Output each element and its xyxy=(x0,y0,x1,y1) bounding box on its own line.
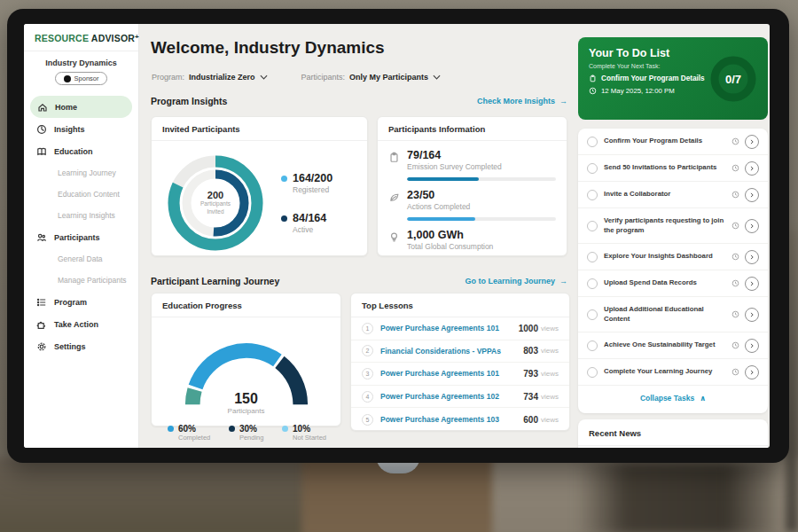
clock-icon xyxy=(732,253,739,261)
sidebar-item-learning-journey[interactable]: Learning Journey xyxy=(24,162,138,184)
task-checkbox[interactable] xyxy=(587,278,598,289)
logo-secondary: ADVISOR xyxy=(91,33,135,43)
education-progress-gauge-chart: 150 Participants xyxy=(162,328,331,415)
collapse-tasks-link[interactable]: Collapse Tasks ∧ xyxy=(578,386,768,410)
todo-progress-ring: 0/7 xyxy=(708,53,759,105)
task-row[interactable]: Upload Spend Data Records xyxy=(578,270,768,297)
chevron-right-icon xyxy=(748,342,755,349)
sidebar-item-program[interactable]: Program xyxy=(24,291,138,313)
task-row[interactable]: Complete Your Learning Journey xyxy=(578,359,768,386)
task-open-button[interactable] xyxy=(745,308,759,322)
participants-filter[interactable]: Participants: Only My Participants xyxy=(301,73,442,82)
task-row[interactable]: Explore Your Insights Dashboard xyxy=(578,244,768,270)
task-label: Upload Spend Data Records xyxy=(604,278,728,287)
sponsor-badge[interactable]: Sponsor xyxy=(55,72,108,85)
task-checkbox[interactable] xyxy=(587,190,598,200)
chevron-right-icon xyxy=(748,280,755,287)
lesson-row: 4 Power Purchase Agreements 102 734 view… xyxy=(351,386,569,409)
lesson-link[interactable]: Power Purchase Agreements 103 xyxy=(380,415,523,424)
clock-icon xyxy=(732,310,739,318)
task-open-button[interactable] xyxy=(745,277,759,291)
sidebar-item-take-action[interactable]: Take Action xyxy=(24,313,138,335)
task-open-button[interactable] xyxy=(745,365,759,379)
views-count: 793 xyxy=(523,369,538,379)
stat-actions-completed: 23/50 Actions Completed xyxy=(378,181,567,221)
task-open-button[interactable] xyxy=(745,188,759,202)
gauge-center-label: Participants xyxy=(162,407,331,415)
progress-fill xyxy=(407,177,479,181)
stat-value: 1,000 GWh xyxy=(407,229,556,241)
go-to-learning-journey-link[interactable]: Go to Learning Journey → xyxy=(465,277,567,286)
check-more-insights-link[interactable]: Check More Insights → xyxy=(477,97,567,106)
task-open-button[interactable] xyxy=(745,339,759,353)
views-count: 600 xyxy=(523,415,538,425)
app-logo: RESOURCE ADVISOR+ xyxy=(24,24,138,51)
sidebar-item-general-data[interactable]: General Data xyxy=(24,248,138,270)
task-checkbox[interactable] xyxy=(587,309,598,320)
sidebar-item-education-content[interactable]: Education Content xyxy=(24,184,138,205)
lesson-link[interactable]: Power Purchase Agreements 101 xyxy=(380,369,523,378)
education-progress-card: Education Progress 150 Participants 60% xyxy=(151,293,341,426)
lesson-link[interactable]: Power Purchase Agreements 102 xyxy=(380,392,523,401)
task-open-button[interactable] xyxy=(745,135,759,149)
program-filter-label: Program: xyxy=(152,73,184,82)
pending-dot-icon xyxy=(229,426,235,432)
chevron-right-icon xyxy=(748,165,755,172)
views-count: 734 xyxy=(523,392,538,402)
active-dot-icon xyxy=(281,215,287,222)
task-checkbox[interactable] xyxy=(587,221,598,231)
chevron-up-icon: ∧ xyxy=(700,394,706,403)
sidebar-item-manage-participants[interactable]: Manage Participants xyxy=(24,270,138,291)
gauge-center-value: 150 xyxy=(162,391,331,407)
task-open-button[interactable] xyxy=(745,250,759,264)
task-checkbox[interactable] xyxy=(587,340,598,351)
todo-header-card: Your To Do List Complete Your Next Task:… xyxy=(578,37,768,120)
sidebar-item-home[interactable]: Home xyxy=(30,96,132,118)
sidebar-item-participants[interactable]: Participants xyxy=(24,226,138,248)
rank-badge: 1 xyxy=(362,323,373,334)
views-suffix: views xyxy=(541,416,559,424)
rank-badge: 5 xyxy=(362,414,373,426)
legend-pending: 30% Pending xyxy=(229,424,264,442)
stat-value: 79/164 xyxy=(407,149,556,161)
sidebar-item-label: Home xyxy=(55,103,77,112)
task-checkbox[interactable] xyxy=(587,367,598,378)
task-row[interactable]: Upload Additional Educational Content xyxy=(578,297,768,332)
task-row[interactable]: Confirm Your Program Details xyxy=(578,129,768,155)
task-row[interactable]: Send 50 Invitations to Participants xyxy=(578,155,768,182)
task-row[interactable]: Invite a Collaborator xyxy=(578,182,768,208)
task-checkbox[interactable] xyxy=(587,163,598,174)
sidebar-item-label: Take Action xyxy=(54,320,98,329)
program-filter[interactable]: Program: Industrialize Zero xyxy=(152,73,268,82)
task-row[interactable]: Achieve One Sustainability Target xyxy=(578,332,768,359)
participants-icon xyxy=(36,232,47,243)
recent-news-card: Recent News xyxy=(578,419,768,448)
gauge-legend: 60% Completed 30% Pending 10% Not Star xyxy=(152,415,340,442)
sidebar-item-settings[interactable]: Settings xyxy=(24,335,138,357)
sidebar-item-learning-insights[interactable]: Learning Insights xyxy=(24,205,138,226)
donut-legend: 164/200 Registered 84/164 Active xyxy=(281,172,332,234)
donut-center-label: Participants Invited xyxy=(200,200,231,216)
task-open-button[interactable] xyxy=(745,219,759,233)
task-checkbox[interactable] xyxy=(587,252,598,262)
program-filter-value: Industrialize Zero xyxy=(189,73,255,82)
task-checkbox[interactable] xyxy=(587,137,598,147)
legend-registered: 164/200 Registered xyxy=(281,172,332,194)
sidebar-item-education[interactable]: Education xyxy=(24,140,138,162)
registered-label: Registered xyxy=(293,185,332,194)
stat-global-consumption: 1,000 GWh Total Global Consumption xyxy=(378,221,567,251)
views-suffix: views xyxy=(541,393,559,401)
lesson-link[interactable]: Financial Considerations - VPPAs xyxy=(380,347,523,356)
arrow-right-icon: → xyxy=(559,277,567,286)
views-count: 1000 xyxy=(519,324,538,333)
lesson-link[interactable]: Power Purchase Agreements 101 xyxy=(380,324,519,332)
completed-dot-icon xyxy=(168,426,174,432)
clock-icon xyxy=(732,341,739,349)
task-open-button[interactable] xyxy=(745,161,759,176)
rank-badge: 3 xyxy=(362,368,373,379)
gauge-blue-segment xyxy=(195,350,277,387)
sidebar-item-insights[interactable]: Insights xyxy=(24,118,138,140)
rank-badge: 4 xyxy=(362,391,373,403)
task-row[interactable]: Verify participants requesting to join t… xyxy=(578,208,768,244)
views-suffix: views xyxy=(541,370,559,378)
